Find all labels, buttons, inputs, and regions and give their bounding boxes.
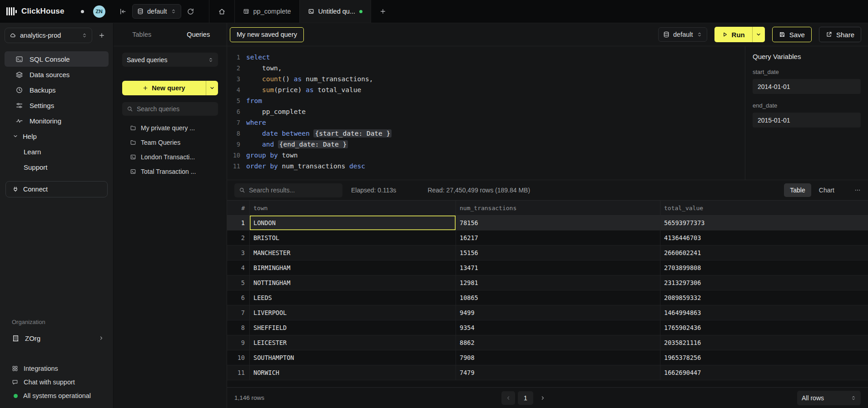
table-cell[interactable]: 2089859332 bbox=[660, 290, 868, 305]
sql-editor[interactable]: 1234567891011 select town, count() as nu… bbox=[227, 46, 745, 180]
table-cell[interactable]: SHEFFIELD bbox=[250, 320, 456, 335]
table-view-button[interactable]: Table bbox=[784, 183, 811, 197]
new-query-options-button[interactable] bbox=[206, 81, 218, 95]
table-cell[interactable]: 1965378256 bbox=[660, 350, 868, 365]
table-cell[interactable]: 1464994863 bbox=[660, 305, 868, 320]
table-cell[interactable]: 2703899808 bbox=[660, 261, 868, 275]
prev-page-button[interactable] bbox=[501, 391, 515, 405]
sidebar-item-chat-support[interactable]: Chat with support bbox=[0, 375, 113, 389]
system-status[interactable]: All systems operational bbox=[0, 389, 113, 403]
editor-code[interactable]: select town, count() as num_transactions… bbox=[246, 52, 745, 180]
page-size-selector[interactable]: All rows bbox=[797, 391, 861, 405]
tab-tables[interactable]: Tables bbox=[114, 23, 170, 46]
table-cell[interactable]: BIRMINGHAM bbox=[250, 261, 456, 275]
table-cell[interactable]: 15156 bbox=[456, 246, 660, 260]
table-cell[interactable]: 2313297306 bbox=[660, 275, 868, 290]
sidebar-item-support[interactable]: Support bbox=[5, 159, 109, 175]
more-options-icon[interactable] bbox=[854, 187, 861, 193]
sidebar-item-learn[interactable]: Learn bbox=[5, 144, 109, 159]
table-cell[interactable]: LEEDS bbox=[250, 290, 456, 305]
table-cell[interactable]: 9499 bbox=[456, 305, 660, 320]
table-cell[interactable]: 1662690447 bbox=[660, 365, 868, 380]
run-database-selector[interactable]: default bbox=[658, 27, 707, 42]
collapse-sidebar-icon[interactable] bbox=[114, 0, 132, 23]
code-line[interactable]: town, bbox=[246, 63, 745, 74]
table-cell[interactable]: MANCHESTER bbox=[250, 246, 456, 260]
table-cell[interactable]: 16217 bbox=[456, 231, 660, 245]
code-line[interactable]: pp_complete bbox=[246, 106, 745, 117]
code-line[interactable]: group by town bbox=[246, 150, 745, 161]
column-header-num-transactions[interactable]: num_transactions bbox=[456, 201, 660, 215]
table-cell[interactable]: BRISTOL bbox=[250, 231, 456, 245]
table-cell[interactable]: LONDON bbox=[250, 216, 456, 230]
code-line[interactable]: and {end_date: Date } bbox=[246, 139, 745, 150]
column-header-total-value[interactable]: total_value bbox=[660, 201, 868, 215]
organization-selector[interactable]: ZOrg bbox=[5, 330, 109, 346]
share-button[interactable]: Share bbox=[819, 27, 861, 42]
table-cell[interactable]: NOTTINGHAM bbox=[250, 275, 456, 290]
column-header-town[interactable]: town bbox=[250, 201, 456, 215]
table-cell[interactable]: 56593977373 bbox=[660, 216, 868, 230]
table-cell[interactable]: NORWICH bbox=[250, 365, 456, 380]
sidebar-item-integrations[interactable]: Integrations bbox=[0, 362, 113, 375]
next-page-button[interactable] bbox=[536, 391, 550, 405]
sidebar-item-sql-console[interactable]: SQL Console bbox=[5, 51, 109, 67]
new-tab-button[interactable] bbox=[371, 0, 395, 23]
sidebar-item-help[interactable]: Help bbox=[5, 128, 109, 144]
query-list-item[interactable]: London Transacti... bbox=[114, 150, 227, 164]
page-number-input[interactable] bbox=[518, 391, 533, 405]
service-selector[interactable]: analytics-prod bbox=[5, 28, 92, 43]
queries-search-input[interactable] bbox=[137, 105, 213, 113]
code-line[interactable]: where bbox=[246, 117, 745, 128]
save-button[interactable]: Save bbox=[772, 27, 812, 42]
table-cell[interactable]: 13471 bbox=[456, 261, 660, 275]
code-line[interactable]: select bbox=[246, 52, 745, 63]
query-list-item[interactable]: Total Transaction ... bbox=[114, 164, 227, 179]
run-button[interactable]: Run bbox=[714, 27, 752, 42]
query-list-item[interactable]: My private query ... bbox=[114, 121, 227, 135]
query-list-item[interactable]: Team Queries bbox=[114, 135, 227, 150]
tab-home[interactable] bbox=[209, 0, 235, 23]
table-cell[interactable]: LEICESTER bbox=[250, 335, 456, 350]
table-cell[interactable]: 8862 bbox=[456, 335, 660, 350]
table-cell[interactable]: 1765902436 bbox=[660, 320, 868, 335]
refresh-icon[interactable] bbox=[181, 0, 200, 23]
code-line[interactable]: date between {start_date: Date } bbox=[246, 128, 745, 139]
table-cell[interactable]: 2035821116 bbox=[660, 335, 868, 350]
table-cell[interactable]: 2660602241 bbox=[660, 246, 868, 260]
tab-untitled-query[interactable]: Untitled qu... bbox=[300, 0, 371, 23]
column-header-index[interactable]: # bbox=[227, 201, 250, 215]
sidebar-item-settings[interactable]: Settings bbox=[5, 98, 109, 113]
avatar[interactable]: ZN bbox=[93, 5, 105, 18]
code-line[interactable]: sum(price) as total_value bbox=[246, 84, 745, 95]
table-cell[interactable]: LIVERPOOL bbox=[250, 305, 456, 320]
table-cell[interactable]: 12981 bbox=[456, 275, 660, 290]
code-line[interactable]: count() as num_transactions, bbox=[246, 74, 745, 84]
new-query-button[interactable]: New query bbox=[122, 81, 206, 95]
line-number: 5 bbox=[227, 95, 240, 106]
table-cell[interactable]: 7479 bbox=[456, 365, 660, 380]
table-cell[interactable]: 10865 bbox=[456, 290, 660, 305]
code-line[interactable]: from bbox=[246, 95, 745, 106]
connect-button[interactable]: Connect bbox=[5, 181, 108, 197]
tab-queries[interactable]: Queries bbox=[170, 23, 227, 46]
table-cell[interactable]: 7908 bbox=[456, 350, 660, 365]
database-selector[interactable]: default bbox=[132, 4, 181, 19]
table-cell[interactable]: 78156 bbox=[456, 216, 660, 230]
sidebar-item-backups[interactable]: Backups bbox=[5, 82, 109, 98]
run-options-button[interactable] bbox=[752, 27, 765, 42]
saved-query-name-chip[interactable]: My new saved query bbox=[230, 27, 304, 42]
chart-view-button[interactable]: Chart bbox=[813, 183, 840, 197]
end-date-input[interactable] bbox=[753, 113, 861, 128]
start-date-input[interactable] bbox=[753, 79, 861, 94]
code-line[interactable]: order by num_transactions desc bbox=[246, 161, 745, 172]
table-cell[interactable]: SOUTHAMPTON bbox=[250, 350, 456, 365]
table-cell[interactable]: 4136446703 bbox=[660, 231, 868, 245]
sidebar-item-data-sources[interactable]: Data sources bbox=[5, 67, 109, 82]
tab-pp-complete[interactable]: pp_complete bbox=[235, 0, 300, 23]
results-search-input[interactable] bbox=[249, 187, 338, 194]
table-cell[interactable]: 9354 bbox=[456, 320, 660, 335]
add-service-button[interactable] bbox=[95, 29, 109, 42]
saved-queries-dropdown[interactable]: Saved queries bbox=[122, 53, 218, 67]
sidebar-item-monitoring[interactable]: Monitoring bbox=[5, 113, 109, 128]
